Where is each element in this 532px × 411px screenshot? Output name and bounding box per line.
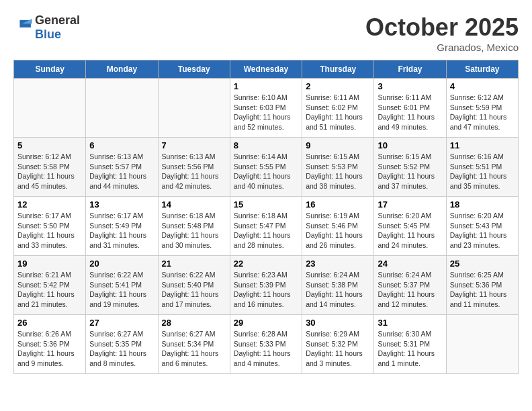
day-number: 19 xyxy=(17,259,82,269)
logo-text-line2: Blue xyxy=(35,28,80,42)
day-info: Sunrise: 6:18 AMSunset: 5:47 PMDaylight:… xyxy=(234,211,298,250)
header-day: Tuesday xyxy=(158,60,230,79)
day-number: 7 xyxy=(162,140,226,150)
calendar-cell xyxy=(158,79,230,138)
calendar-cell: 17Sunrise: 6:20 AMSunset: 5:45 PMDayligh… xyxy=(374,197,446,256)
calendar-week-row: 1Sunrise: 6:10 AMSunset: 6:03 PMDaylight… xyxy=(14,79,519,138)
day-info: Sunrise: 6:17 AMSunset: 5:50 PMDaylight:… xyxy=(17,211,82,250)
day-info: Sunrise: 6:29 AMSunset: 5:32 PMDaylight:… xyxy=(306,329,370,369)
day-info: Sunrise: 6:30 AMSunset: 5:31 PMDaylight:… xyxy=(378,329,442,369)
day-info: Sunrise: 6:25 AMSunset: 5:36 PMDaylight:… xyxy=(450,270,515,310)
header-day: Saturday xyxy=(446,60,518,79)
logo-icon xyxy=(13,19,32,34)
calendar-cell xyxy=(86,79,158,138)
calendar-header: SundayMondayTuesdayWednesdayThursdayFrid… xyxy=(14,60,519,79)
day-number: 24 xyxy=(378,259,442,269)
day-info: Sunrise: 6:12 AMSunset: 5:58 PMDaylight:… xyxy=(17,152,82,191)
logo: General Blue xyxy=(13,13,80,41)
calendar-cell: 15Sunrise: 6:18 AMSunset: 5:47 PMDayligh… xyxy=(230,197,302,256)
day-number: 13 xyxy=(89,199,154,210)
calendar-cell: 19Sunrise: 6:21 AMSunset: 5:42 PMDayligh… xyxy=(14,256,86,315)
day-info: Sunrise: 6:26 AMSunset: 5:36 PMDaylight:… xyxy=(17,329,82,369)
header-day: Sunday xyxy=(14,60,86,79)
day-info: Sunrise: 6:21 AMSunset: 5:42 PMDaylight:… xyxy=(17,270,82,310)
day-info: Sunrise: 6:28 AMSunset: 5:33 PMDaylight:… xyxy=(234,329,298,369)
calendar-cell: 23Sunrise: 6:24 AMSunset: 5:38 PMDayligh… xyxy=(302,256,374,315)
day-number: 12 xyxy=(17,199,82,210)
day-number: 5 xyxy=(17,140,82,150)
calendar-cell: 1Sunrise: 6:10 AMSunset: 6:03 PMDaylight… xyxy=(230,79,302,138)
calendar-week-row: 19Sunrise: 6:21 AMSunset: 5:42 PMDayligh… xyxy=(14,256,519,315)
calendar-cell: 30Sunrise: 6:29 AMSunset: 5:32 PMDayligh… xyxy=(302,315,374,374)
calendar-cell xyxy=(446,315,518,374)
day-number: 10 xyxy=(378,140,442,150)
day-number: 3 xyxy=(378,81,442,91)
day-number: 29 xyxy=(234,318,298,328)
day-info: Sunrise: 6:20 AMSunset: 5:45 PMDaylight:… xyxy=(378,211,442,250)
calendar-cell: 11Sunrise: 6:16 AMSunset: 5:51 PMDayligh… xyxy=(446,138,518,197)
calendar-cell: 8Sunrise: 6:14 AMSunset: 5:55 PMDaylight… xyxy=(230,138,302,197)
calendar-cell: 4Sunrise: 6:12 AMSunset: 5:59 PMDaylight… xyxy=(446,79,518,138)
day-info: Sunrise: 6:15 AMSunset: 5:52 PMDaylight:… xyxy=(378,152,442,191)
day-info: Sunrise: 6:24 AMSunset: 5:37 PMDaylight:… xyxy=(378,270,442,310)
day-info: Sunrise: 6:23 AMSunset: 5:39 PMDaylight:… xyxy=(234,270,298,310)
day-info: Sunrise: 6:15 AMSunset: 5:53 PMDaylight:… xyxy=(306,152,370,191)
day-number: 28 xyxy=(162,318,226,328)
day-number: 1 xyxy=(234,81,298,91)
day-number: 17 xyxy=(378,199,442,210)
header-row: SundayMondayTuesdayWednesdayThursdayFrid… xyxy=(14,60,519,79)
calendar-cell: 24Sunrise: 6:24 AMSunset: 5:37 PMDayligh… xyxy=(374,256,446,315)
day-info: Sunrise: 6:11 AMSunset: 6:02 PMDaylight:… xyxy=(306,93,370,132)
calendar-cell: 3Sunrise: 6:11 AMSunset: 6:01 PMDaylight… xyxy=(374,79,446,138)
day-info: Sunrise: 6:13 AMSunset: 5:57 PMDaylight:… xyxy=(89,152,154,191)
day-number: 20 xyxy=(89,259,154,269)
day-number: 9 xyxy=(306,140,370,150)
month-title: October 2025 xyxy=(365,13,519,42)
calendar-week-row: 26Sunrise: 6:26 AMSunset: 5:36 PMDayligh… xyxy=(14,315,519,374)
calendar-cell: 5Sunrise: 6:12 AMSunset: 5:58 PMDaylight… xyxy=(14,138,86,197)
day-info: Sunrise: 6:11 AMSunset: 6:01 PMDaylight:… xyxy=(378,93,442,132)
day-info: Sunrise: 6:16 AMSunset: 5:51 PMDaylight:… xyxy=(450,152,515,191)
day-number: 2 xyxy=(306,81,370,91)
day-info: Sunrise: 6:12 AMSunset: 5:59 PMDaylight:… xyxy=(450,93,515,132)
day-number: 18 xyxy=(450,199,515,210)
calendar-cell: 26Sunrise: 6:26 AMSunset: 5:36 PMDayligh… xyxy=(14,315,86,374)
calendar-cell xyxy=(14,79,86,138)
header-day: Monday xyxy=(86,60,158,79)
calendar-cell: 21Sunrise: 6:22 AMSunset: 5:40 PMDayligh… xyxy=(158,256,230,315)
day-number: 22 xyxy=(234,259,298,269)
day-number: 8 xyxy=(234,140,298,150)
day-number: 16 xyxy=(306,199,370,210)
day-number: 30 xyxy=(306,318,370,328)
subtitle: Granados, Mexico xyxy=(365,42,519,53)
day-info: Sunrise: 6:27 AMSunset: 5:35 PMDaylight:… xyxy=(89,329,154,369)
header-day: Friday xyxy=(374,60,446,79)
calendar-cell: 13Sunrise: 6:17 AMSunset: 5:49 PMDayligh… xyxy=(86,197,158,256)
day-info: Sunrise: 6:20 AMSunset: 5:43 PMDaylight:… xyxy=(450,211,515,250)
day-info: Sunrise: 6:13 AMSunset: 5:56 PMDaylight:… xyxy=(162,152,226,191)
calendar-cell: 22Sunrise: 6:23 AMSunset: 5:39 PMDayligh… xyxy=(230,256,302,315)
calendar-cell: 7Sunrise: 6:13 AMSunset: 5:56 PMDaylight… xyxy=(158,138,230,197)
calendar-cell: 12Sunrise: 6:17 AMSunset: 5:50 PMDayligh… xyxy=(14,197,86,256)
day-info: Sunrise: 6:22 AMSunset: 5:40 PMDaylight:… xyxy=(162,270,226,310)
calendar-cell: 20Sunrise: 6:22 AMSunset: 5:41 PMDayligh… xyxy=(86,256,158,315)
day-info: Sunrise: 6:14 AMSunset: 5:55 PMDaylight:… xyxy=(234,152,298,191)
day-number: 15 xyxy=(234,199,298,210)
day-number: 11 xyxy=(450,140,515,150)
day-number: 21 xyxy=(162,259,226,269)
day-info: Sunrise: 6:24 AMSunset: 5:38 PMDaylight:… xyxy=(306,270,370,310)
day-info: Sunrise: 6:22 AMSunset: 5:41 PMDaylight:… xyxy=(89,270,154,310)
header-day: Thursday xyxy=(302,60,374,79)
day-info: Sunrise: 6:19 AMSunset: 5:46 PMDaylight:… xyxy=(306,211,370,250)
calendar-table: SundayMondayTuesdayWednesdayThursdayFrid… xyxy=(13,60,519,374)
calendar-cell: 10Sunrise: 6:15 AMSunset: 5:52 PMDayligh… xyxy=(374,138,446,197)
calendar-cell: 9Sunrise: 6:15 AMSunset: 5:53 PMDaylight… xyxy=(302,138,374,197)
page-header: General Blue October 2025 Granados, Mexi… xyxy=(13,13,519,53)
calendar-week-row: 12Sunrise: 6:17 AMSunset: 5:50 PMDayligh… xyxy=(14,197,519,256)
day-info: Sunrise: 6:17 AMSunset: 5:49 PMDaylight:… xyxy=(89,211,154,250)
calendar-cell: 6Sunrise: 6:13 AMSunset: 5:57 PMDaylight… xyxy=(86,138,158,197)
logo-text-line1: General xyxy=(35,13,80,28)
calendar-cell: 29Sunrise: 6:28 AMSunset: 5:33 PMDayligh… xyxy=(230,315,302,374)
calendar-cell: 31Sunrise: 6:30 AMSunset: 5:31 PMDayligh… xyxy=(374,315,446,374)
day-number: 31 xyxy=(378,318,442,328)
